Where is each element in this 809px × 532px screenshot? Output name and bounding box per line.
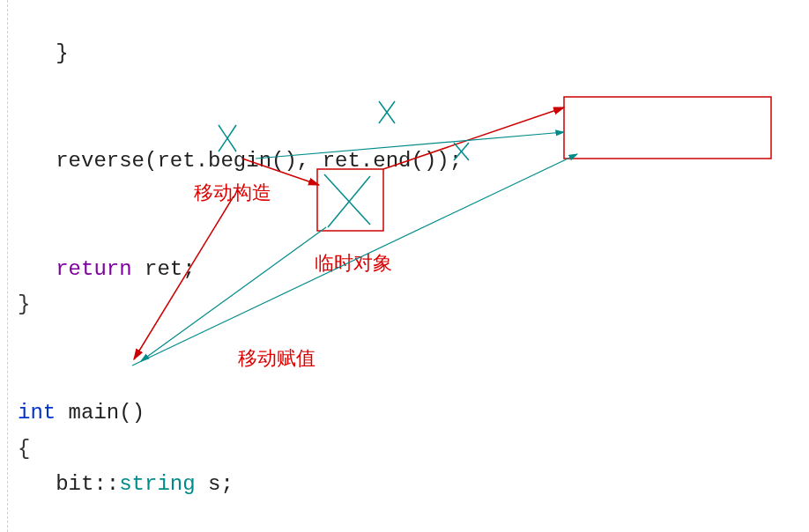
code-line: { (18, 437, 30, 461)
gutter-line (7, 0, 8, 532)
annotation-move-assign: 移动赋值 (238, 342, 315, 374)
destination-box (564, 97, 771, 159)
code-line: } (18, 41, 69, 65)
code-line: int main() (18, 401, 145, 425)
code-line: } (18, 292, 30, 316)
code-line: return ret; (18, 257, 196, 281)
code-line: bit::string s; (18, 472, 234, 496)
code-line: reverse(ret.begin(), ret.end()); (18, 149, 462, 173)
code-block: } reverse(ret.begin(), ret.end()); retur… (18, 0, 462, 532)
annotation-move-constructor: 移动构造 (194, 176, 271, 209)
annotation-temp-object: 临时对象 (315, 247, 392, 279)
